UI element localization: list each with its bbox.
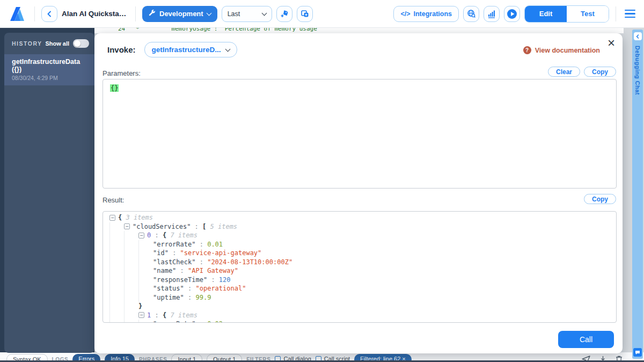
back-button[interactable] [41, 6, 57, 22]
menu-button[interactable] [623, 8, 638, 20]
environment-dropdown[interactable]: Development [142, 6, 217, 22]
tree-guide [109, 302, 124, 311]
collapse-icon[interactable]: − [124, 223, 130, 229]
history-title: HISTORY [12, 40, 42, 47]
tree-guide [124, 293, 138, 302]
tree-guide [124, 276, 138, 285]
json-token: : [169, 249, 180, 257]
code-brackets-icon: </> [400, 10, 410, 18]
history-item-timestamp: 08/30/24, 4:29 PM [12, 75, 87, 81]
json-token: } [138, 302, 142, 310]
result-tree: −{ 3 items−"cloudServices" : [ 5 items−0… [103, 211, 617, 323]
tree-guide [109, 222, 124, 231]
history-item[interactable]: getInfrastructureData ({}) 08/30/24, 4:2… [4, 54, 94, 85]
json-token: "2024-08-13T10:00:00Z" [207, 258, 292, 266]
result-line: "errorRate" : 0.02 [109, 320, 616, 323]
tree-guide [124, 258, 138, 267]
json-token: : [151, 231, 163, 239]
analytics-button[interactable] [484, 6, 500, 22]
workspace: 24 * "memoryUsage": "Percentage of memor… [0, 28, 644, 362]
json-token: : [184, 294, 196, 301]
tree-guide [109, 320, 124, 323]
json-token: "operational" [195, 285, 246, 292]
json-token: "status" [153, 285, 184, 292]
parameters-editor[interactable]: {} [103, 79, 617, 189]
json-token: 5 items [210, 223, 238, 230]
json-token: 7 items [170, 231, 197, 239]
integrations-button[interactable]: </> Integrations [393, 6, 459, 22]
json-token: "API Gateway" [188, 267, 238, 274]
project-title: Alan AI Quickstart I... [62, 10, 129, 18]
result-label: Result: [103, 196, 124, 204]
chat-icon[interactable] [633, 348, 642, 357]
result-line: −0 : { 7 items [109, 231, 616, 240]
result-line: "uptime" : 99.9 [109, 293, 616, 302]
debugging-chat-strip: Debugging Chat [632, 30, 643, 359]
show-all-toggle[interactable] [73, 39, 89, 48]
tree-guide [124, 284, 138, 293]
json-token: [ [202, 223, 210, 230]
history-panel: HISTORY Show all getInfrastructureData (… [4, 33, 94, 353]
code-line: 24 * "memoryUsage": "Percentage of memor… [94, 28, 624, 32]
collapse-icon[interactable]: − [138, 312, 144, 318]
json-token: 7 items [170, 312, 197, 319]
collapse-chat-button[interactable] [634, 32, 642, 40]
copy-parameters-button[interactable]: Copy [584, 67, 616, 77]
json-token: : [195, 241, 207, 248]
tree-guide [138, 258, 153, 267]
json-token: : [195, 320, 207, 323]
json-token: "lastCheck" [153, 258, 195, 266]
run-button[interactable] [504, 6, 520, 22]
json-token: 1 [147, 312, 151, 319]
divider [616, 6, 616, 21]
json-token: : [184, 285, 196, 292]
function-dropdown[interactable]: getInfrastructureD... [144, 42, 237, 57]
duplicate-button[interactable] [297, 6, 313, 22]
json-token: 0.02 [207, 320, 223, 323]
view-documentation-link[interactable]: ? View documentation [523, 46, 600, 54]
json-token: : [207, 276, 219, 284]
wrench-icon [149, 10, 156, 18]
tree-guide [109, 266, 124, 276]
json-token: 120 [219, 276, 231, 284]
invoke-dialog: × Invoke: getInfrastructureD... ? View d… [94, 33, 623, 353]
function-dropdown-value: getInfrastructureD... [152, 46, 221, 54]
edit-test-segmented-control: Edit Test [524, 5, 609, 23]
tree-guide [109, 311, 124, 320]
chevron-down-icon [261, 10, 267, 16]
tree-guide [124, 249, 138, 258]
close-icon[interactable]: × [608, 37, 615, 49]
result-line: "lastCheck" : "2024-08-13T10:00:00Z" [109, 258, 616, 267]
json-token: 3 items [126, 214, 153, 221]
result-line: −{ 3 items [109, 213, 616, 222]
tree-guide [124, 311, 138, 320]
globe-search-button[interactable] [463, 6, 479, 22]
copy-result-button[interactable]: Copy [584, 194, 616, 204]
result-line: "name" : "API Gateway" [109, 266, 616, 276]
edit-tab[interactable]: Edit [525, 6, 567, 22]
show-all-label: Show all [45, 40, 69, 47]
collapse-icon[interactable]: − [109, 215, 115, 221]
json-token: 0.01 [207, 241, 223, 248]
result-line: "id" : "service-api-gateway" [109, 249, 616, 258]
top-toolbar: Alan AI Quickstart I... Development Last… [0, 0, 644, 28]
json-token: "responseTime" [153, 276, 207, 284]
parameters-label: Parameters: [103, 69, 141, 77]
json-token: "uptime" [153, 294, 184, 301]
result-line: "status" : "operational" [109, 284, 616, 293]
tree-guide [109, 249, 124, 258]
tree-guide [138, 249, 153, 258]
collapse-icon[interactable]: − [138, 233, 144, 238]
add-tag-button[interactable] [276, 6, 292, 22]
clear-button[interactable]: Clear [548, 67, 580, 77]
call-button[interactable]: Call [558, 331, 614, 348]
tree-guide [109, 231, 124, 240]
result-line: −"cloudServices" : [ 5 items [109, 222, 616, 231]
tree-guide [109, 293, 124, 302]
tree-guide [138, 266, 153, 276]
json-token: "errorRate" [153, 241, 195, 248]
tree-guide [138, 240, 153, 249]
version-select[interactable]: Last [222, 6, 272, 22]
test-tab[interactable]: Test [567, 6, 609, 22]
invoke-label: Invoke: [107, 45, 136, 54]
